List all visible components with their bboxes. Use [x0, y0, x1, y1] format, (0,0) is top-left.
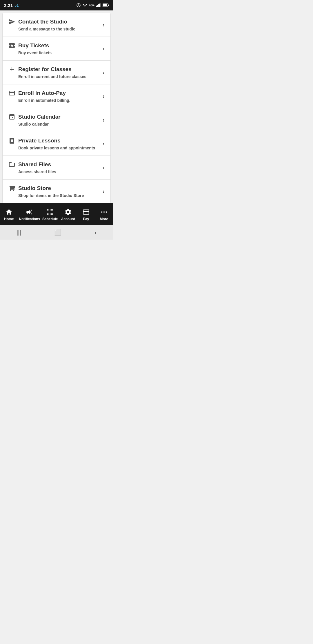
chevron-icon: › — [103, 140, 105, 147]
account-nav-icon — [64, 208, 72, 216]
register-classes-subtitle: Enroll in current and future classes — [8, 74, 86, 79]
menu-item-shared-files[interactable]: Shared Files Access shared files › — [3, 156, 110, 180]
contact-studio-subtitle: Send a message to the studio — [8, 27, 76, 31]
studio-calendar-title: Studio Calendar — [18, 114, 61, 120]
svg-rect-7 — [103, 4, 107, 6]
home-nav-icon — [5, 208, 13, 216]
studio-store-subtitle: Shop for items in the Studio Store — [8, 193, 84, 198]
studio-store-title: Studio Store — [18, 185, 51, 191]
nav-item-more[interactable]: More — [96, 208, 112, 221]
chevron-icon: › — [103, 45, 105, 52]
battery-icon — [103, 3, 109, 7]
status-time: 2:21 — [4, 3, 13, 8]
menu-item-studio-calendar[interactable]: Studio Calendar Studio calendar › — [3, 108, 110, 132]
shared-files-subtitle: Access shared files — [8, 169, 56, 174]
menu-item-auto-pay[interactable]: Enroll in Auto-Pay Enroll in automated b… — [3, 84, 110, 108]
bottom-navigation: Home Notifications Schedule Account Pay … — [0, 203, 113, 225]
buy-tickets-title: Buy Tickets — [18, 42, 49, 49]
status-temperature: 51° — [14, 3, 20, 8]
svg-rect-3 — [99, 3, 100, 7]
svg-rect-4 — [100, 3, 101, 7]
more-nav-icon — [100, 208, 108, 216]
auto-pay-subtitle: Enroll in automated billing. — [8, 98, 70, 103]
account-nav-label: Account — [61, 217, 75, 221]
pay-nav-label: Pay — [83, 217, 89, 221]
alarm-icon — [76, 3, 81, 8]
private-lessons-subtitle: Book private lessons and appointments — [8, 146, 95, 150]
sys-back-button[interactable]: ‹ — [94, 229, 97, 236]
svg-rect-0 — [96, 6, 97, 7]
more-nav-label: More — [100, 217, 108, 221]
svg-point-10 — [105, 211, 107, 212]
status-right: 4G+ — [76, 3, 109, 8]
nav-item-schedule[interactable]: Schedule — [42, 208, 58, 221]
contact-studio-title: Contact the Studio — [18, 19, 67, 25]
plus-icon — [8, 66, 15, 73]
buy-tickets-subtitle: Buy event tickets — [8, 50, 52, 55]
menu-item-buy-tickets[interactable]: Buy Tickets Buy event tickets › — [3, 37, 110, 61]
nav-item-home[interactable]: Home — [1, 208, 17, 221]
schedule-nav-label: Schedule — [42, 217, 58, 221]
calendar-icon — [8, 113, 15, 120]
signal-icon — [96, 3, 101, 7]
chevron-icon: › — [103, 69, 105, 76]
register-classes-title: Register for Classes — [18, 66, 72, 73]
private-lessons-title: Private Lessons — [18, 138, 61, 144]
cart-icon — [8, 185, 15, 192]
shared-files-title: Shared Files — [18, 161, 51, 168]
home-nav-label: Home — [4, 217, 14, 221]
sys-home-button[interactable]: ⬜ — [54, 229, 61, 236]
system-navigation-bar: ||| ⬜ ‹ — [0, 225, 113, 240]
chevron-icon: › — [103, 117, 105, 123]
svg-rect-1 — [97, 5, 98, 7]
svg-point-9 — [103, 211, 105, 212]
nav-item-notifications[interactable]: Notifications — [19, 208, 40, 221]
wifi-icon — [83, 3, 87, 8]
svg-rect-6 — [108, 4, 109, 6]
chevron-icon: › — [103, 21, 105, 28]
card-icon — [8, 90, 15, 97]
chevron-icon: › — [103, 93, 105, 100]
svg-point-8 — [101, 211, 102, 212]
notifications-nav-label: Notifications — [19, 217, 40, 221]
sys-menu-button[interactable]: ||| — [17, 229, 21, 236]
nav-item-account[interactable]: Account — [60, 208, 76, 221]
ticket-icon — [8, 42, 15, 49]
schedule-nav-icon — [46, 208, 54, 216]
menu-item-private-lessons[interactable]: Private Lessons Book private lessons and… — [3, 132, 110, 156]
menu-item-register-classes[interactable]: Register for Classes Enroll in current a… — [3, 61, 110, 84]
chevron-icon: › — [103, 188, 105, 195]
menu-list: Contact the Studio Send a message to the… — [2, 13, 111, 203]
folder-icon — [8, 161, 15, 168]
pay-nav-icon — [82, 208, 90, 216]
nav-item-pay[interactable]: Pay — [78, 208, 94, 221]
auto-pay-title: Enroll in Auto-Pay — [18, 90, 66, 96]
menu-item-contact-studio[interactable]: Contact the Studio Send a message to the… — [3, 13, 110, 37]
send-icon — [8, 18, 15, 25]
studio-calendar-subtitle: Studio calendar — [8, 122, 61, 126]
status-left: 2:21 51° — [4, 3, 20, 8]
chevron-icon: › — [103, 164, 105, 171]
network-indicator: 4G+ — [89, 4, 94, 7]
menu-item-studio-store[interactable]: Studio Store Shop for items in the Studi… — [3, 180, 110, 203]
book-icon — [8, 137, 15, 144]
status-bar: 2:21 51° 4G+ — [0, 0, 113, 10]
svg-rect-2 — [98, 4, 99, 7]
megaphone-nav-icon — [26, 208, 33, 216]
